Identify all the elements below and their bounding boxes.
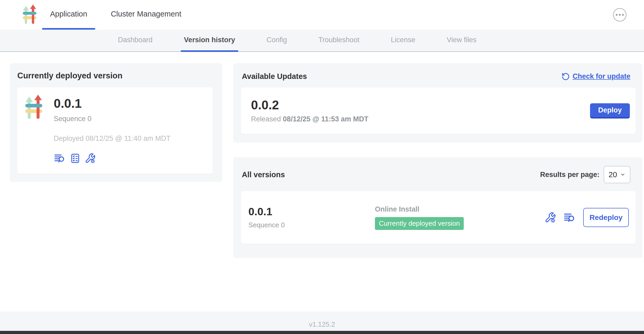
results-per-page-select[interactable]: 20 (604, 166, 630, 183)
version-row-status: Online Install Currently deployed versio… (375, 205, 544, 230)
available-updates-title: Available Updates (242, 72, 307, 81)
all-versions-card: All versions Results per page: 20 0.0.1 … (233, 157, 642, 258)
currently-deployed-card: Currently deployed version 0.0.1 Sequenc… (10, 63, 222, 182)
available-updates-card: Available Updates Check for update 0.0.2… (233, 63, 642, 143)
subnav-label: Config (266, 36, 287, 44)
edit-config-icon[interactable] (544, 212, 556, 224)
update-details: 0.0.2 Released 08/12/25 @ 11:53 am MDT (251, 98, 368, 123)
deployed-timestamp: Deployed 08/12/25 @ 11:40 am MDT (54, 134, 171, 143)
subnav-label: Dashboard (118, 36, 152, 44)
redeploy-button[interactable]: Redeploy (583, 208, 629, 227)
view-logs-icon[interactable] (563, 212, 576, 224)
edit-config-icon[interactable] (85, 153, 96, 164)
chevron-down-icon (620, 172, 625, 177)
tab-cluster-management[interactable]: Cluster Management (103, 0, 189, 30)
deploy-button[interactable]: Deploy (590, 103, 630, 118)
update-released-line: Released 08/12/25 @ 11:53 am MDT (251, 115, 368, 123)
refresh-icon (561, 72, 570, 81)
available-updates-header: Available Updates Check for update (242, 72, 630, 81)
tab-application-label: Application (50, 10, 87, 18)
ellipsis-dot (622, 14, 624, 16)
console-version-label: v1.125.2 (0, 320, 644, 328)
check-for-update-link[interactable]: Check for update (561, 72, 630, 81)
subnav-item-dashboard[interactable]: Dashboard (115, 30, 156, 52)
version-row-actions: Redeploy (544, 208, 629, 227)
deployed-version-number: 0.0.1 (54, 97, 171, 111)
app-logo-icon (22, 4, 38, 25)
subnav-item-troubleshoot[interactable]: Troubleshoot (315, 30, 363, 52)
ellipsis-dot (619, 14, 621, 16)
currently-deployed-title: Currently deployed version (17, 71, 215, 80)
subnav-label: Troubleshoot (318, 36, 359, 44)
row-sequence: Sequence 0 (248, 221, 375, 229)
results-per-page-value: 20 (609, 170, 617, 179)
available-update-row: 0.0.2 Released 08/12/25 @ 11:53 am MDT D… (241, 88, 636, 134)
admin-console-page: Application Cluster Management Dashboard… (0, 0, 644, 334)
subnav-label: License (391, 36, 415, 44)
subnav-label: Version history (184, 36, 235, 44)
update-version-number: 0.0.2 (251, 98, 368, 112)
top-tabs: Application Cluster Management (42, 0, 189, 30)
subnav-item-config[interactable]: Config (263, 30, 290, 52)
version-row: 0.0.1 Sequence 0 Online Install Currentl… (241, 191, 636, 244)
check-for-update-label: Check for update (572, 72, 630, 80)
released-timestamp: 08/12/25 @ 11:53 am MDT (283, 115, 369, 123)
app-subnav: Dashboard Version history Config Trouble… (0, 30, 644, 52)
all-versions-header: All versions Results per page: 20 (242, 166, 630, 183)
deployed-version-details: 0.0.1 Sequence 0 Deployed 08/12/25 @ 11:… (54, 95, 171, 166)
header-right (613, 0, 626, 30)
deployed-sequence: Sequence 0 (54, 115, 171, 123)
view-logs-icon[interactable] (54, 153, 66, 164)
deployed-version-card: 0.0.1 Sequence 0 Deployed 08/12/25 @ 11:… (17, 87, 213, 174)
preflight-checks-icon[interactable] (70, 153, 80, 164)
app-logo (22, 0, 38, 30)
tab-application[interactable]: Application (42, 0, 95, 30)
subnav-item-version-history[interactable]: Version history (181, 30, 238, 52)
overflow-menu-button[interactable] (613, 8, 626, 21)
tab-cluster-management-label: Cluster Management (111, 10, 181, 18)
version-row-details: 0.0.1 Sequence 0 (248, 206, 375, 229)
ellipsis-dot (616, 14, 618, 16)
bottom-dark-bar (0, 331, 644, 334)
all-versions-title: All versions (242, 170, 285, 179)
row-version-number: 0.0.1 (248, 206, 375, 218)
app-logo-icon (25, 95, 44, 121)
install-type-label: Online Install (375, 205, 544, 213)
deployed-action-icons (54, 153, 171, 164)
top-header: Application Cluster Management (0, 0, 644, 30)
subnav-item-view-files[interactable]: View files (444, 30, 480, 52)
status-badge: Currently deployed version (375, 217, 464, 230)
subnav-label: View files (447, 36, 477, 44)
results-per-page: Results per page: 20 (540, 166, 630, 183)
results-per-page-label: Results per page: (540, 171, 599, 179)
subnav-item-license[interactable]: License (388, 30, 418, 52)
released-prefix: Released (251, 115, 281, 123)
